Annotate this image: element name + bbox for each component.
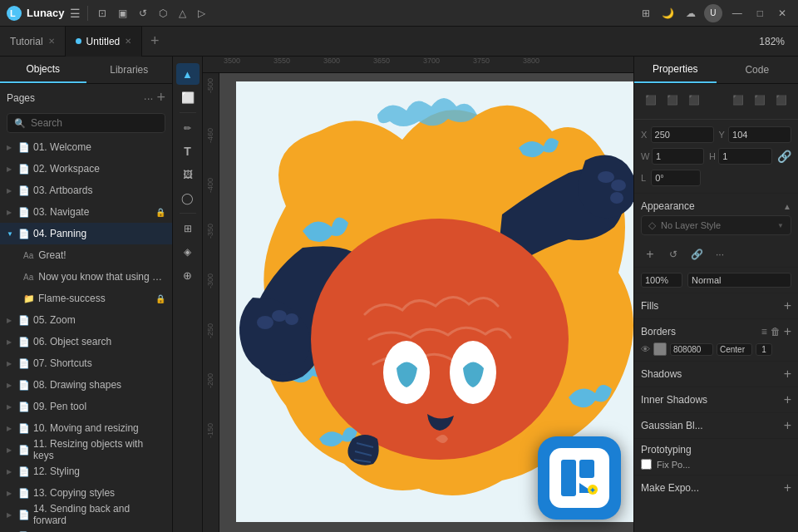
text-tool-btn[interactable]: T — [176, 140, 200, 162]
border-color-hex[interactable] — [670, 343, 713, 356]
page-item-07[interactable]: ▶ 📄 07. Shortcuts — [0, 352, 172, 374]
align-top-btn[interactable]: ⬛ — [728, 91, 748, 109]
canvas[interactable]: ✦ — [219, 73, 633, 532]
more-style-btn[interactable]: ··· — [711, 245, 729, 264]
tab-add-btn[interactable]: + — [142, 27, 167, 57]
theme-icon[interactable]: 🌙 — [658, 6, 677, 21]
align-right-btn[interactable]: ⬛ — [684, 91, 704, 109]
shape-tool-btn[interactable]: ◯ — [176, 187, 200, 209]
select-tool-btn[interactable]: ▲ — [176, 63, 200, 85]
page-item-09[interactable]: ▶ 📄 09. Pen tool — [0, 396, 172, 417]
border-width-input[interactable] — [756, 343, 772, 356]
toolbar-play-icon[interactable]: ▷ — [195, 6, 209, 21]
add-border-btn[interactable]: + — [784, 324, 791, 339]
border-position-select[interactable]: CenterInsideOutside — [717, 343, 752, 356]
add-gaussian-blur-btn[interactable]: + — [784, 418, 791, 433]
tab-untitled-close[interactable]: ✕ — [125, 37, 131, 46]
gaussian-blur-section: Gaussian Bl... + — [634, 413, 798, 439]
border-settings-btn[interactable]: ≡ — [761, 326, 767, 337]
add-inner-shadow-btn[interactable]: + — [784, 392, 791, 407]
page-label: 03. Artboards — [33, 185, 165, 196]
menu-icon[interactable]: ☰ — [70, 7, 81, 20]
link-proportions-btn[interactable]: 🔗 — [777, 148, 791, 165]
h-input[interactable] — [718, 148, 772, 165]
w-input[interactable] — [652, 148, 704, 165]
canvas-area[interactable]: 3500 3550 3600 3650 3700 3750 3800 -500 … — [203, 57, 633, 532]
page-label: 01. Welcome — [33, 141, 165, 153]
border-visibility-btn[interactable]: 👁 — [641, 344, 650, 354]
chevron-right-icon: ▶ — [7, 165, 15, 173]
page-subitem-great[interactable]: Aa Great! — [0, 244, 172, 266]
panel-tab-properties[interactable]: Properties — [634, 57, 717, 83]
link-style-btn[interactable]: 🔗 — [687, 245, 706, 264]
toolbar-image-icon[interactable]: ⊡ — [95, 6, 110, 21]
main-layout: Objects Libraries Pages ··· + 🔍 ▶ 📄 01. … — [0, 57, 798, 532]
rotation-input[interactable] — [651, 170, 701, 186]
page-item-04[interactable]: ▼ 📄 04. Panning — [0, 223, 172, 244]
align-center-v-btn[interactable]: ⬛ — [750, 91, 770, 109]
y-input[interactable] — [728, 126, 791, 143]
position-section: X Y W H 🔗 L — [634, 120, 798, 194]
page-item-15[interactable]: ▶ 📄 15. Text — [0, 525, 172, 532]
page-item-13[interactable]: ▶ 📄 13. Copying styles — [0, 482, 172, 504]
tab-tutorial[interactable]: Tutorial ✕ — [0, 27, 66, 57]
frame-tool-btn[interactable]: ⬜ — [176, 86, 200, 108]
layer-style-selector[interactable]: ◇ No Layer Style ▼ — [641, 215, 791, 235]
align-center-h-btn[interactable]: ⬛ — [663, 91, 682, 109]
toolbar-hex-icon[interactable]: ⬡ — [155, 6, 170, 21]
page-item-11[interactable]: ▶ 📄 11. Resizing objects with keys — [0, 439, 172, 461]
chevron-right-icon: ▶ — [7, 446, 15, 454]
grid-icon[interactable]: ⊞ — [638, 6, 653, 21]
page-item-12[interactable]: ▶ 📄 12. Styling — [0, 461, 172, 482]
x-input[interactable] — [651, 126, 714, 143]
panel-tab-code[interactable]: Code — [717, 57, 799, 83]
sidebar-tab-objects[interactable]: Objects — [0, 57, 86, 83]
toolbar-frame-icon[interactable]: ▣ — [115, 6, 131, 21]
toolbar-rotate-icon[interactable]: ↺ — [135, 6, 150, 21]
blend-mode-select[interactable]: NormalMultiplyScreenOverlayDarkenLighten… — [687, 273, 791, 288]
page-item-05[interactable]: ▶ 📄 05. Zoom — [0, 309, 172, 331]
undo-style-btn[interactable]: ↺ — [664, 245, 682, 264]
user-icon[interactable]: U — [704, 4, 722, 22]
toolbar-triangle-icon[interactable]: △ — [175, 6, 190, 21]
pages-more-btn[interactable]: ··· — [144, 91, 154, 105]
mask-tool-btn[interactable]: ◈ — [176, 241, 200, 263]
fix-position-checkbox[interactable] — [641, 459, 652, 470]
page-item-02[interactable]: ▶ 📄 02. Workspace — [0, 158, 172, 180]
delete-border-btn[interactable]: 🗑 — [771, 326, 781, 337]
add-style-btn[interactable]: + — [641, 245, 659, 264]
page-item-03a[interactable]: ▶ 📄 03. Artboards — [0, 180, 172, 201]
svg-point-5 — [285, 313, 298, 325]
pages-add-btn[interactable]: + — [156, 89, 165, 106]
page-item-03b[interactable]: ▶ 📄 03. Navigate 🔒 — [0, 201, 172, 223]
tab-untitled[interactable]: Untitled ✕ — [66, 27, 143, 57]
add-fill-btn[interactable]: + — [784, 298, 791, 313]
page-item-06[interactable]: ▶ 📄 06. Object search — [0, 331, 172, 352]
maximize-btn[interactable]: □ — [752, 6, 768, 21]
appearance-collapse-btn[interactable]: ▲ — [783, 202, 791, 211]
component-tool-btn[interactable]: ⊞ — [176, 218, 200, 239]
page-subitem-flame[interactable]: 📁 Flame-success 🔒 — [0, 288, 172, 309]
align-bottom-btn[interactable]: ⬛ — [771, 91, 791, 109]
zoom-tool-btn[interactable]: ⊕ — [176, 264, 200, 286]
close-btn[interactable]: ✕ — [773, 6, 791, 21]
page-item-08[interactable]: ▶ 📄 08. Drawing shapes — [0, 374, 172, 396]
cloud-icon[interactable]: ☁ — [682, 6, 699, 21]
pen-tool-btn[interactable]: ✏ — [176, 117, 200, 139]
align-left-btn[interactable]: ⬛ — [641, 91, 661, 109]
image-tool-btn[interactable]: 🖼 — [176, 164, 200, 185]
page-item-01[interactable]: ▶ 📄 01. Welcome — [0, 136, 172, 158]
folder-icon: 📁 — [23, 293, 35, 304]
page-item-10[interactable]: ▶ 📄 10. Moving and resizing — [0, 417, 172, 439]
search-input[interactable] — [31, 117, 158, 129]
page-item-14[interactable]: ▶ 📄 14. Sending back and forward — [0, 504, 172, 525]
add-export-btn[interactable]: + — [784, 480, 791, 495]
add-shadow-btn[interactable]: + — [784, 367, 791, 382]
opacity-input[interactable] — [641, 273, 682, 288]
sidebar-tab-libraries[interactable]: Libraries — [86, 57, 173, 83]
prototyping-section: Prototyping Fix Po... — [634, 439, 798, 475]
tab-tutorial-close[interactable]: ✕ — [48, 37, 55, 46]
border-color-swatch[interactable] — [653, 342, 667, 356]
page-subitem-now[interactable]: Aa Now you know that using Shift — [0, 266, 172, 288]
minimize-btn[interactable]: — — [727, 6, 747, 21]
